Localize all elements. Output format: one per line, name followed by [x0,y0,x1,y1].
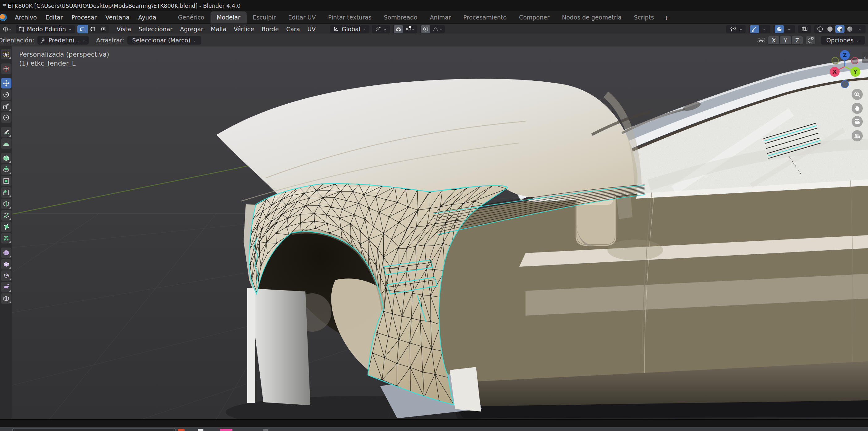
viewport-menu-vértice[interactable]: Vértice [230,25,257,33]
mode-dropdown[interactable]: Modo Edición ⌄ [16,25,75,33]
gizmo-axis-z[interactable]: Z [840,50,850,60]
shading-rendered-button[interactable] [845,25,855,33]
tool-poly-build[interactable] [1,222,11,232]
tool-loop-cut[interactable] [1,199,11,209]
viewport-menu-borde[interactable]: Borde [258,25,282,33]
gizmo-axis-minus-y[interactable] [832,57,839,64]
sidebar-collapse-arrow[interactable]: ‹ [862,52,868,63]
menubar-item-editar[interactable]: Editar [41,13,67,22]
tool-move[interactable] [1,78,11,88]
overlays-dropdown[interactable]: ⌄ [784,25,794,33]
gizmo-axis-minus-x[interactable] [851,57,859,64]
mirror-icon [757,36,765,44]
workspace-tab-modelar[interactable]: Modelar [211,11,247,24]
viewport-menu-vista[interactable]: Vista [113,25,134,33]
tool-knife[interactable] [1,210,11,221]
pivot-point-dropdown[interactable]: ⌄ [372,25,390,33]
show-gizmos-toggle[interactable] [750,25,759,33]
show-overlays-toggle[interactable] [775,25,784,33]
gizmo-axis-minus-z[interactable] [841,80,849,88]
workspace-tab-procesamiento[interactable]: Procesamiento [457,11,513,24]
workspace-tab-genérico[interactable]: Genérico [172,11,211,24]
tool-shrink-fatten[interactable] [1,270,11,281]
workspace-add-tab[interactable]: + [660,12,673,24]
tool-select-box[interactable] [1,49,11,59]
workspace-tab-editar-uv[interactable]: Editar UV [282,11,322,24]
workspace-tab-esculpir[interactable]: Esculpir [247,11,282,24]
taskbar-app-icon[interactable] [263,429,268,431]
tool-shear[interactable] [1,282,11,292]
viewport-menu-uv[interactable]: UV [304,25,319,33]
viewport-menu-seleccionar[interactable]: Seleccionar [135,25,176,33]
menubar-item-ventana[interactable]: Ventana [101,13,134,22]
taskbar-app-icon[interactable] [198,429,204,431]
menubar-item-archivo[interactable]: Archivo [10,13,41,22]
tool-spin[interactable] [1,233,11,243]
viewport-menu-cara[interactable]: Cara [283,25,303,33]
transform-preset-icon [40,37,46,43]
viewport-camera-view-button[interactable] [851,116,863,127]
options-dropdown[interactable]: Opciones ⌄ [821,36,865,45]
transform-orientation-dropdown[interactable]: Global ⌄ [330,25,369,33]
editor-type-button[interactable]: ⌄ [1,25,13,33]
snapping-group: ⌄ [393,25,417,33]
viewport-menu-agregar[interactable]: Agregar [177,25,207,33]
3d-viewport[interactable]: Personalizada (perspectiva) (1) etkc_fen… [12,47,868,419]
taskbar-search-box[interactable] [12,428,176,431]
gizmos-dropdown[interactable]: ⌄ [760,25,769,33]
tool-edge-slide[interactable] [1,259,11,269]
drag-mode-dropdown[interactable]: Seleccionar (Marco) ⌄ [127,36,201,45]
mirror-axis-y[interactable]: Y [780,36,791,44]
tool-add-cube[interactable] [1,153,11,163]
subtool-indicator [9,109,11,111]
viewport-perspective-grid-button[interactable] [851,130,863,141]
viewport-pan-button[interactable] [851,103,863,114]
workspace-tab-scripts[interactable]: Scripts [628,11,660,24]
shading-solid-button[interactable] [825,25,835,33]
select-mode-vertex[interactable] [77,25,88,33]
visibility-dropdown[interactable]: ⌄ [726,25,746,33]
gizmo-axis-x[interactable]: X [830,67,840,77]
tool-rotate[interactable] [1,89,11,100]
shading-material-button[interactable] [835,25,844,33]
subtool-indicator [9,161,11,163]
tool-measure[interactable] [1,138,11,149]
proportional-edit-toggle[interactable] [421,25,430,33]
workspace-tab-sombreado[interactable]: Sombreado [378,11,424,24]
workspace-tab-componer[interactable]: Componer [513,11,556,24]
tool-rip-region[interactable] [1,293,11,304]
tool-annotate[interactable] [1,127,11,137]
shading-dropdown[interactable]: ⌄ [855,25,864,33]
workspace-tab-pintar-texturas[interactable]: Pintar texturas [322,11,378,24]
tool-smooth[interactable] [1,248,11,258]
proportional-falloff-dropdown[interactable]: ⌄ [431,25,443,33]
tool-scale[interactable] [1,101,11,111]
blender-icon[interactable] [0,13,7,21]
select-mode-edge[interactable] [88,25,98,33]
taskbar-app-icon[interactable] [178,429,185,431]
orientation-preset-dropdown[interactable]: Predefini... ⌄ [37,36,89,45]
xray-toggle[interactable] [798,25,811,33]
tool-extrude-region[interactable] [1,164,11,175]
snap-symmetry-button[interactable] [806,36,815,44]
tool-bevel[interactable] [1,187,11,198]
tool-inset-faces[interactable] [1,176,11,186]
select-mode-face[interactable] [98,25,109,33]
tool-transform[interactable] [1,112,11,123]
tool-cursor[interactable] [1,63,11,74]
drag-mode-value: Seleccionar (Marco) [132,37,190,44]
workspace-tab-nodos-de-geometría[interactable]: Nodos de geometría [556,11,628,24]
gizmo-axis-y[interactable]: Y [850,67,860,77]
viewport-menu-malla[interactable]: Malla [208,25,230,33]
viewport-zoom-button[interactable] [851,89,863,100]
menubar-item-procesar[interactable]: Procesar [67,13,101,22]
snap-with-dropdown[interactable]: ⌄ [404,25,416,33]
app-menus: ArchivoEditarProcesarVentanaAyuda [0,11,161,24]
menubar-item-ayuda[interactable]: Ayuda [134,13,161,22]
mirror-axis-x[interactable]: X [768,36,779,44]
mirror-axis-z[interactable]: Z [792,36,803,44]
taskbar-app-icon[interactable] [220,429,232,431]
shading-wireframe-button[interactable] [815,25,825,33]
workspace-tab-animar[interactable]: Animar [424,11,457,24]
snap-toggle[interactable] [394,25,403,33]
